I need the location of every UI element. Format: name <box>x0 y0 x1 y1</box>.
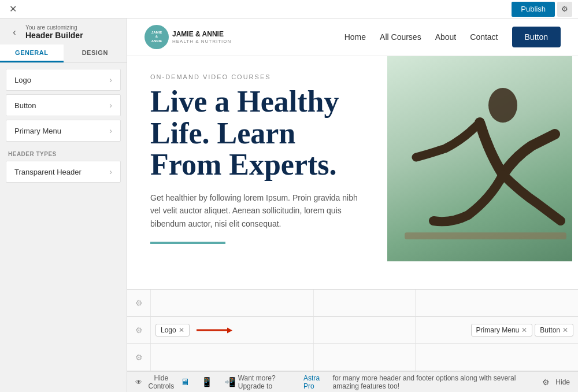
chevron-right-icon: › <box>109 75 112 84</box>
nav-link-contact[interactable]: Contact <box>470 32 498 42</box>
site-nav: JAMIE&ANNIE JAMIE & ANNIE HEALTH & NUTRI… <box>127 19 578 56</box>
mobile-device-button[interactable]: 📲 <box>222 375 238 389</box>
hide-label: Hide <box>555 378 570 386</box>
row-zone-2-right[interactable]: Primary Menu ✕ Button ✕ <box>416 317 578 343</box>
hero-underline <box>150 242 225 244</box>
button-chip-close[interactable]: ✕ <box>562 326 568 334</box>
bottom-bar-right: Want more? Upgrade to Astra Pro for many… <box>238 374 570 390</box>
button-item-label: Button <box>14 101 36 110</box>
nav-links: Home All Courses About Contact Button <box>344 27 561 47</box>
logo-chip-label: Logo <box>161 326 176 334</box>
hide-controls-button[interactable]: 👁 Hide Controls <box>135 374 178 390</box>
sidebar-header: ‹ You are customizing Header Builder <box>0 19 127 45</box>
builder-rows: ⚙ ⚙ Logo ✕ <box>127 290 578 371</box>
nav-link-all-courses[interactable]: All Courses <box>380 32 421 42</box>
notice-suffix: for many more header and footer options … <box>333 374 537 390</box>
hero-section: ON-DEMAND VIDEO COURSES Live a Healthy L… <box>127 56 578 261</box>
builder-title: Header Builder <box>25 31 83 40</box>
chevron-right-icon: › <box>109 167 112 176</box>
transparent-header-label: Transparent Header <box>14 168 81 176</box>
builder-row-1: ⚙ <box>127 290 578 317</box>
hero-tag: ON-DEMAND VIDEO COURSES <box>150 73 364 80</box>
row-zone-3-center[interactable] <box>314 344 416 371</box>
logo-circle-text: JAMIE&ANNIE <box>151 31 162 43</box>
top-bar-left: ✕ <box>6 2 20 16</box>
bottom-bar: 👁 Hide Controls 🖥 📱 📲 Want more? Upgrade… <box>127 371 578 392</box>
header-types-section-title: Header Types <box>0 145 127 161</box>
row-zone-3-right[interactable] <box>416 344 578 371</box>
row-zone-1-left[interactable] <box>150 290 314 316</box>
sidebar-items: Logo › Button › Primary Menu › Header Ty… <box>0 63 127 192</box>
nav-button[interactable]: Button <box>512 27 561 47</box>
logo-item-label: Logo <box>14 76 31 84</box>
svg-rect-1 <box>405 232 566 239</box>
astra-pro-link[interactable]: Astra Pro <box>303 374 327 390</box>
logo-circle: JAMIE&ANNIE <box>144 25 169 49</box>
logo-text-block: JAMIE & ANNIE HEALTH & NUTRITION <box>172 30 231 45</box>
hero-description: Get healthier by following lorem Ipsum. … <box>150 191 364 230</box>
yoga-figure-svg <box>387 59 572 261</box>
row-zone-1-right[interactable] <box>416 290 578 316</box>
button-chip-label: Button <box>540 326 560 334</box>
logo-subtitle: HEALTH & NUTRITION <box>172 39 231 44</box>
builder-row-3: ⚙ <box>127 344 578 371</box>
sidebar-item-button[interactable]: Button › <box>6 94 121 116</box>
svg-point-0 <box>488 88 517 123</box>
site-logo: JAMIE&ANNIE JAMIE & ANNIE HEALTH & NUTRI… <box>144 25 231 49</box>
primary-menu-chip-close[interactable]: ✕ <box>521 326 527 334</box>
logo-chip-close[interactable]: ✕ <box>179 326 184 334</box>
builder-row-2: ⚙ Logo ✕ Primary Menu ✕ <box>127 317 578 344</box>
primary-menu-item-label: Primary Menu <box>14 127 61 135</box>
row-zone-2-center[interactable] <box>314 317 416 343</box>
tab-design[interactable]: Design <box>64 45 127 62</box>
notice-text: Want more? Upgrade to <box>238 374 298 390</box>
hero-image <box>387 56 572 261</box>
close-button[interactable]: ✕ <box>6 2 20 16</box>
publish-area: Publish ⚙ <box>512 2 572 17</box>
row-handle-3[interactable]: ⚙ <box>127 353 150 362</box>
sidebar-item-logo[interactable]: Logo › <box>6 69 121 91</box>
yoga-background <box>387 56 572 261</box>
bottom-gear-icon: ⚙ <box>542 378 550 387</box>
top-bar: ✕ Publish ⚙ <box>0 0 578 19</box>
tablet-device-button[interactable]: 📱 <box>199 375 215 389</box>
chevron-right-icon: › <box>109 126 112 135</box>
logo-name: JAMIE & ANNIE <box>172 30 231 39</box>
publish-button[interactable]: Publish <box>512 2 555 17</box>
desktop-device-button[interactable]: 🖥 <box>178 376 192 389</box>
sidebar-header-text: You are customizing Header Builder <box>25 24 83 40</box>
hero-content: ON-DEMAND VIDEO COURSES Live a Healthy L… <box>127 56 387 261</box>
preview-area: JAMIE&ANNIE JAMIE & ANNIE HEALTH & NUTRI… <box>127 19 578 392</box>
bottom-gear-button[interactable]: ⚙ <box>542 378 550 387</box>
sidebar-item-transparent-header[interactable]: Transparent Header › <box>6 161 121 183</box>
sidebar-item-primary-menu[interactable]: Primary Menu › <box>6 120 121 142</box>
tab-general[interactable]: General <box>0 45 64 62</box>
row-zone-2-left[interactable]: Logo ✕ <box>150 317 314 343</box>
customizing-label: You are customizing <box>25 24 83 31</box>
website-preview: JAMIE&ANNIE JAMIE & ANNIE HEALTH & NUTRI… <box>127 19 578 289</box>
primary-menu-chip: Primary Menu ✕ <box>471 324 533 336</box>
nav-link-home[interactable]: Home <box>344 32 366 42</box>
bottom-bar-left: 👁 Hide Controls <box>135 374 178 390</box>
hide-button[interactable]: Hide <box>555 378 570 386</box>
row-handle-2[interactable]: ⚙ <box>127 326 150 335</box>
eye-icon: 👁 <box>135 378 142 386</box>
builder-bottom: ⚙ ⚙ Logo ✕ <box>127 289 578 371</box>
settings-button[interactable]: ⚙ <box>557 2 572 17</box>
row-zone-3-left[interactable] <box>150 344 314 371</box>
row-zone-1-center[interactable] <box>314 290 416 316</box>
chevron-right-icon: › <box>109 101 112 110</box>
nav-link-about[interactable]: About <box>435 32 457 42</box>
bottom-bar-center: 🖥 📱 📲 <box>178 375 238 389</box>
button-chip: Button ✕ <box>535 324 573 336</box>
row-handle-1[interactable]: ⚙ <box>127 298 150 308</box>
sidebar-tabs: General Design <box>0 45 127 63</box>
logo-chip: Logo ✕ <box>155 324 190 336</box>
back-button[interactable]: ‹ <box>8 26 21 39</box>
hide-controls-label: Hide Controls <box>144 374 178 390</box>
main-layout: ‹ You are customizing Header Builder Gen… <box>0 19 578 392</box>
hero-title: Live a Healthy Life. Learn From Experts. <box>150 86 364 181</box>
gear-icon: ⚙ <box>561 5 568 13</box>
primary-menu-chip-label: Primary Menu <box>476 326 520 334</box>
sidebar: ‹ You are customizing Header Builder Gen… <box>0 19 127 392</box>
